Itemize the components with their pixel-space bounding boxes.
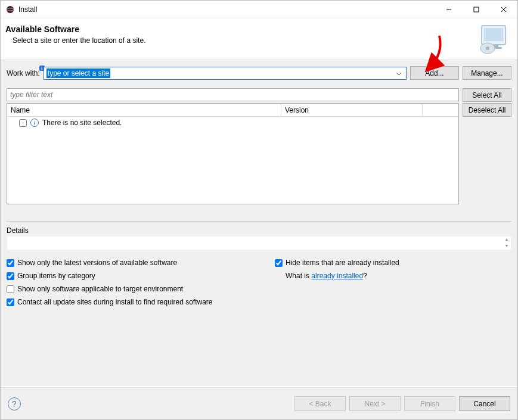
manage-button[interactable]: Manage... bbox=[463, 66, 511, 80]
close-button[interactable] bbox=[490, 1, 517, 18]
tree-empty-text: There is no site selected. bbox=[42, 119, 122, 127]
filter-input[interactable] bbox=[7, 88, 459, 101]
titlebar: Install bbox=[1, 1, 517, 18]
install-banner-icon bbox=[477, 22, 510, 55]
show-latest-checkbox[interactable]: Show only the latest versions of availab… bbox=[7, 259, 275, 267]
workwith-value: type or select a site bbox=[46, 69, 110, 78]
cancel-button[interactable]: Cancel bbox=[459, 396, 510, 411]
eclipse-icon bbox=[5, 5, 15, 14]
contact-all-sites-checkbox[interactable]: Contact all update sites during install … bbox=[7, 298, 275, 306]
deselect-all-button[interactable]: Deselect All bbox=[463, 103, 511, 117]
maximize-button[interactable] bbox=[463, 1, 490, 18]
already-installed-text: What is already installed? bbox=[275, 272, 511, 280]
tree-header: Name Version bbox=[7, 104, 458, 117]
footer: ? < Back Next > Finish Cancel bbox=[1, 387, 517, 419]
workwith-combo[interactable]: type or select a site bbox=[44, 67, 407, 80]
group-by-category-checkbox[interactable]: Group items by category bbox=[7, 272, 275, 280]
workwith-label: Work with: i bbox=[7, 69, 40, 77]
select-all-button[interactable]: Select All bbox=[463, 88, 511, 102]
show-applicable-checkbox[interactable]: Show only software applicable to target … bbox=[7, 285, 275, 293]
minimize-button[interactable] bbox=[435, 1, 463, 18]
banner-subtitle: Select a site or enter the location of a… bbox=[5, 36, 508, 45]
info-icon: i bbox=[30, 119, 39, 127]
details-box[interactable]: ▲▼ bbox=[7, 236, 511, 250]
next-button[interactable]: Next > bbox=[349, 396, 401, 411]
back-button[interactable]: < Back bbox=[294, 396, 346, 411]
banner-heading: Available Software bbox=[5, 24, 508, 34]
details-label: Details bbox=[7, 226, 511, 235]
svg-rect-7 bbox=[484, 28, 503, 41]
details-scrollbar[interactable]: ▲▼ bbox=[503, 237, 511, 250]
hide-installed-checkbox[interactable]: Hide items that are already installed bbox=[275, 259, 511, 267]
software-tree[interactable]: Name Version i There is no site selected… bbox=[7, 103, 459, 204]
separator bbox=[7, 221, 511, 222]
finish-button[interactable]: Finish bbox=[404, 396, 455, 411]
col-version-header[interactable]: Version bbox=[281, 104, 423, 116]
chevron-down-icon[interactable] bbox=[394, 69, 404, 77]
wizard-banner: Available Software Select a site or ente… bbox=[1, 18, 517, 60]
help-icon[interactable]: ? bbox=[8, 397, 21, 410]
tree-item-checkbox[interactable] bbox=[19, 119, 27, 127]
add-button[interactable]: Add... bbox=[410, 66, 459, 80]
window-title: Install bbox=[18, 5, 37, 14]
already-installed-link[interactable]: already installed bbox=[311, 272, 363, 280]
svg-rect-3 bbox=[474, 7, 479, 12]
col-name-header[interactable]: Name bbox=[7, 104, 281, 116]
svg-point-11 bbox=[486, 46, 489, 50]
tree-empty-row: i There is no site selected. bbox=[7, 117, 458, 129]
body-area: Work with: i type or select a site Add..… bbox=[1, 60, 517, 386]
svg-point-0 bbox=[7, 6, 14, 13]
